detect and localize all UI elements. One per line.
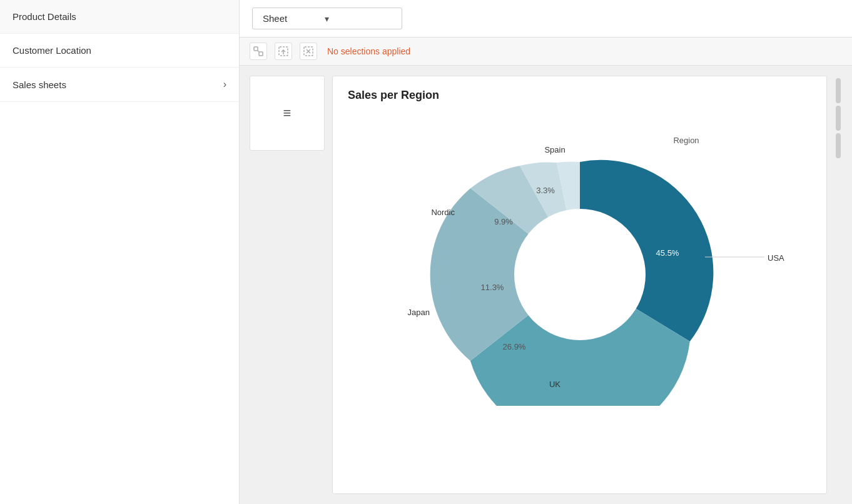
svg-rect-0 bbox=[254, 47, 258, 51]
sidebar-item-sales-sheets[interactable]: Sales sheets › bbox=[0, 68, 239, 102]
usa-pct: 45.5% bbox=[656, 248, 679, 258]
header-bar: Sheet ▾ bbox=[240, 0, 852, 38]
donut-hole bbox=[514, 209, 646, 340]
legend-label: Region bbox=[673, 136, 699, 145]
spain-pct: 3.3% bbox=[536, 186, 555, 195]
chart-title: Sales per Region bbox=[348, 89, 811, 102]
nordic-pct: 9.9% bbox=[494, 217, 513, 226]
chart-card: Sales per Region Region bbox=[332, 76, 827, 494]
expand-icon[interactable] bbox=[250, 43, 267, 60]
sidebar-item-label: Product Details bbox=[13, 11, 76, 22]
clear-selections-icon[interactable] bbox=[300, 43, 317, 60]
main-content: Sheet ▾ No selections bbox=[240, 0, 852, 504]
japan-pct: 11.3% bbox=[480, 283, 504, 292]
dropdown-arrow-icon: ▾ bbox=[325, 14, 329, 24]
sidebar-item-label: Customer Location bbox=[13, 45, 91, 56]
chevron-right-icon: › bbox=[223, 79, 226, 90]
usa-label: USA bbox=[768, 253, 784, 263]
sidebar: Product Details Customer Location Sales … bbox=[0, 0, 240, 504]
scrollbar-thumb-1[interactable] bbox=[836, 78, 841, 103]
sheet-dropdown[interactable]: Sheet ▾ bbox=[252, 8, 402, 29]
sidebar-item-product-details[interactable]: Product Details bbox=[0, 0, 239, 34]
toolbar-bar: No selections applied bbox=[240, 38, 852, 66]
export-icon[interactable] bbox=[275, 43, 292, 60]
menu-card[interactable]: ≡ bbox=[250, 76, 325, 151]
svg-rect-1 bbox=[259, 52, 263, 56]
no-selections-text: No selections applied bbox=[327, 46, 410, 56]
chart-container: Region bbox=[348, 112, 811, 412]
content-area: ≡ Sales per Region Region bbox=[240, 66, 852, 504]
spain-label: Spain bbox=[544, 145, 565, 154]
donut-chart: Region bbox=[361, 118, 799, 406]
sidebar-item-customer-location[interactable]: Customer Location bbox=[0, 34, 239, 68]
nordic-label: Nordic bbox=[431, 208, 455, 217]
sidebar-item-label: Sales sheets bbox=[13, 79, 66, 90]
uk-label: UK bbox=[549, 380, 560, 389]
scrollbar-thumb-2[interactable] bbox=[836, 106, 841, 131]
svg-line-2 bbox=[258, 51, 259, 52]
sheet-dropdown-label: Sheet bbox=[263, 13, 287, 24]
japan-label: Japan bbox=[407, 308, 429, 317]
hamburger-icon: ≡ bbox=[283, 105, 292, 121]
scrollbar-area bbox=[834, 76, 842, 494]
uk-pct: 26.9% bbox=[502, 342, 525, 351]
scrollbar-thumb-3[interactable] bbox=[836, 133, 841, 158]
